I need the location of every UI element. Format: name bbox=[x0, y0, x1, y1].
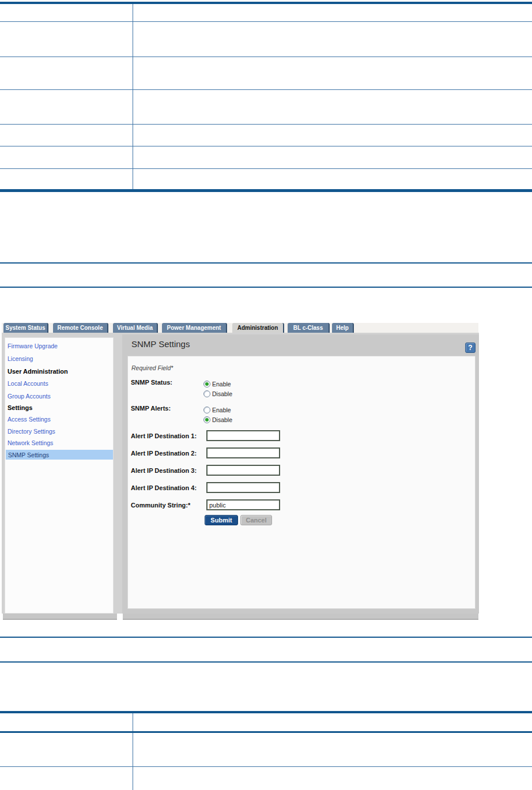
table-cell bbox=[0, 767, 133, 790]
alert-ip-4-label: Alert IP Destination 4: bbox=[131, 484, 197, 491]
table-cell bbox=[0, 713, 133, 731]
sidebar-header-settings: Settings bbox=[7, 404, 32, 411]
snmp-status-disable-label: Disable bbox=[212, 390, 232, 397]
alert-ip-3-label: Alert IP Destination 3: bbox=[131, 467, 197, 474]
snmp-status-enable-label: Enable bbox=[212, 381, 231, 388]
sidebar-item-licensing[interactable]: Licensing bbox=[7, 355, 33, 362]
sidebar-item-local-accounts[interactable]: Local Accounts bbox=[7, 380, 48, 387]
sidebar-header-user-administration: User Administration bbox=[7, 368, 68, 375]
table-cell bbox=[133, 767, 532, 790]
snmp-alerts-label: SNMP Alerts: bbox=[131, 405, 171, 412]
tab-power-management[interactable]: Power Management bbox=[162, 323, 227, 333]
help-icon[interactable]: ? bbox=[465, 343, 476, 353]
alert-ip-2-label: Alert IP Destination 2: bbox=[131, 450, 197, 457]
snmp-status-enable-radio[interactable] bbox=[203, 381, 210, 388]
table-cell bbox=[133, 713, 532, 731]
table-cell bbox=[0, 733, 133, 766]
bottom-table bbox=[0, 711, 532, 790]
panel-shadow bbox=[123, 614, 478, 620]
cancel-button[interactable]: Cancel bbox=[240, 515, 272, 525]
page-title: SNMP Settings bbox=[131, 339, 190, 349]
submit-button[interactable]: Submit bbox=[205, 515, 238, 525]
snmp-status-label: SNMP Status: bbox=[131, 379, 172, 386]
tab-help[interactable]: Help bbox=[332, 323, 354, 333]
table-cell bbox=[133, 733, 532, 766]
manual-page: System Status Remote Console Virtual Med… bbox=[0, 0, 532, 790]
sidebar bbox=[5, 337, 114, 614]
alert-ip-3-input[interactable] bbox=[206, 465, 280, 476]
alert-ip-2-input[interactable] bbox=[206, 447, 280, 458]
sidebar-item-network-settings[interactable]: Network Settings bbox=[7, 439, 53, 446]
section-rule bbox=[0, 637, 532, 638]
community-string-input[interactable] bbox=[206, 499, 280, 510]
sidebar-item-group-accounts[interactable]: Group Accounts bbox=[7, 393, 51, 400]
tab-remote-console[interactable]: Remote Console bbox=[53, 323, 108, 333]
tab-system-status[interactable]: System Status bbox=[3, 323, 48, 333]
snmp-settings-screenshot: System Status Remote Console Virtual Med… bbox=[0, 0, 532, 790]
sidebar-shadow bbox=[3, 614, 117, 620]
snmp-alerts-enable-radio[interactable] bbox=[203, 407, 210, 413]
required-field-note: Required Field* bbox=[131, 364, 173, 371]
sidebar-item-directory-settings[interactable]: Directory Settings bbox=[7, 428, 55, 435]
sidebar-item-firmware-upgrade[interactable]: Firmware Upgrade bbox=[7, 343, 58, 349]
snmp-status-disable-radio[interactable] bbox=[203, 390, 210, 397]
table-row bbox=[0, 733, 532, 767]
snmp-alerts-enable-label: Enable bbox=[212, 407, 231, 413]
tab-bl-c-class[interactable]: BL c-Class bbox=[288, 323, 330, 333]
alert-ip-1-input[interactable] bbox=[206, 430, 280, 441]
snmp-alerts-disable-radio[interactable] bbox=[203, 416, 210, 423]
tab-virtual-media[interactable]: Virtual Media bbox=[113, 323, 158, 333]
alert-ip-1-label: Alert IP Destination 1: bbox=[131, 432, 197, 439]
table-row bbox=[0, 713, 532, 733]
section-rule bbox=[0, 661, 532, 663]
form-area bbox=[127, 356, 476, 609]
community-string-label: Community String:* bbox=[131, 502, 190, 509]
sidebar-item-snmp-settings[interactable]: SNMP Settings bbox=[8, 452, 49, 458]
snmp-alerts-disable-label: Disable bbox=[212, 416, 232, 423]
sidebar-item-access-settings[interactable]: Access Settings bbox=[7, 416, 51, 423]
tab-administration[interactable]: Administration bbox=[232, 323, 284, 333]
alert-ip-4-input[interactable] bbox=[206, 482, 280, 493]
table-row bbox=[0, 767, 532, 790]
